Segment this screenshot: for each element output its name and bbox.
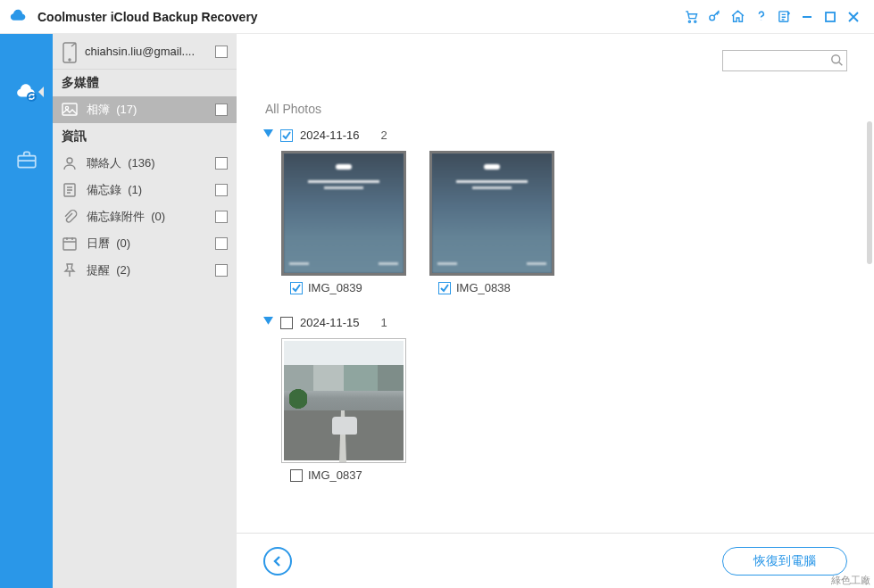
group-checkbox[interactable] [280, 317, 293, 329]
account-email: chiahsin.liu@gmail.... [85, 45, 215, 58]
sidebar-item-label: 提醒 (2) [87, 262, 215, 278]
sidebar-item-calendar[interactable]: 日曆 (0) [53, 230, 237, 257]
collapse-icon[interactable] [263, 316, 273, 329]
pin-icon [62, 262, 78, 278]
svg-point-0 [688, 21, 690, 22]
thumbnail-checkbox[interactable] [290, 282, 303, 294]
svg-point-5 [27, 92, 37, 102]
group-checkbox[interactable] [280, 129, 293, 142]
sidebar-item-checkbox[interactable] [215, 211, 228, 223]
sidebar-item-checkbox[interactable] [215, 157, 228, 170]
sidebar-item-reminders[interactable]: 提醒 (2) [53, 257, 237, 284]
svg-point-2 [709, 15, 714, 21]
nav-cloud-sync[interactable] [13, 79, 40, 105]
device-icon [62, 42, 78, 62]
key-icon[interactable] [703, 5, 726, 29]
contacts-icon [62, 155, 78, 171]
app-title: Coolmuster iCloud Backup Recovery [37, 10, 258, 24]
group-header[interactable]: 2024-11-15 1 [263, 316, 847, 329]
group-header[interactable]: 2024-11-16 2 [263, 128, 847, 142]
collapse-icon[interactable] [263, 128, 273, 142]
svg-rect-6 [18, 156, 36, 168]
group-date: 2024-11-16 [300, 128, 360, 142]
watermark: 綠色工廠 [831, 574, 870, 587]
thumbnail-checkbox[interactable] [290, 469, 303, 482]
svg-point-1 [694, 21, 695, 22]
nav-toolbox[interactable] [13, 146, 40, 173]
sidebar-group-multimedia: 多媒體 [53, 70, 237, 96]
sidebar-item-note-attachments[interactable]: 備忘錄附件 (0) [53, 203, 237, 230]
restore-button[interactable]: 恢復到電腦 [722, 547, 847, 576]
cart-icon[interactable] [679, 5, 703, 29]
sidebar-item-contacts[interactable]: 聯絡人 (136) [53, 150, 237, 177]
minimize-button[interactable] [795, 5, 819, 29]
sidebar-item-label: 備忘錄附件 (0) [87, 209, 215, 225]
close-button[interactable] [842, 5, 865, 29]
sidebar-item-checkbox[interactable] [215, 184, 228, 196]
help-icon[interactable] [749, 5, 772, 29]
svg-rect-9 [62, 104, 77, 115]
thumbnail-name: IMG_0838 [456, 281, 511, 294]
attachment-icon [62, 209, 78, 225]
calendar-icon [62, 236, 78, 252]
group-count: 2 [381, 128, 387, 142]
titlebar: Coolmuster iCloud Backup Recovery [0, 0, 874, 34]
group-count: 1 [381, 316, 387, 329]
home-icon[interactable] [726, 5, 749, 29]
group-date: 2024-11-15 [300, 316, 360, 329]
sidebar-item-checkbox[interactable] [215, 237, 228, 250]
photo-content: All Photos 2024-11-16 2 IMG_0839 [237, 34, 874, 533]
sidebar-item-notes[interactable]: 備忘錄 (1) [53, 177, 237, 203]
back-button[interactable] [263, 547, 292, 576]
sidebar-item-label: 聯絡人 (136) [87, 155, 215, 171]
sidebar-item-label: 日曆 (0) [87, 236, 215, 252]
thumbnail-image[interactable] [281, 151, 406, 276]
photo-group: 2024-11-15 1 IMG_0837 [263, 316, 847, 482]
thumbnail-image[interactable] [281, 338, 406, 463]
thumbnail-name: IMG_0839 [308, 281, 362, 294]
photo-thumbnail: IMG_0838 [429, 151, 554, 294]
svg-point-8 [69, 59, 71, 61]
sidebar-item-label: 相簿 (17) [87, 102, 215, 118]
maximize-button[interactable] [819, 5, 842, 29]
sidebar-item-photos[interactable]: 相簿 (17) [53, 96, 237, 123]
svg-rect-13 [63, 238, 76, 250]
photo-group: 2024-11-16 2 IMG_0839 [263, 128, 847, 294]
all-photos-label: All Photos [265, 102, 847, 116]
svg-point-11 [67, 158, 72, 163]
sidebar-group-info: 資訊 [53, 123, 237, 150]
main: All Photos 2024-11-16 2 IMG_0839 [237, 34, 874, 588]
sidebar-item-label: 備忘錄 (1) [87, 182, 215, 198]
app-logo-icon [9, 7, 29, 27]
feedback-icon[interactable] [772, 5, 795, 29]
photo-icon [62, 102, 78, 118]
photo-thumbnail: IMG_0839 [281, 151, 406, 294]
bottom-bar: 恢復到電腦 [237, 533, 874, 588]
account-row[interactable]: chiahsin.liu@gmail.... [53, 34, 237, 70]
account-checkbox[interactable] [215, 46, 228, 58]
notes-icon [62, 182, 78, 198]
sidebar-item-checkbox[interactable] [215, 264, 228, 277]
thumbnail-name: IMG_0837 [308, 468, 362, 482]
sidebar: chiahsin.liu@gmail.... 多媒體 相簿 (17) 資訊 聯絡… [53, 34, 237, 588]
left-nav [0, 34, 53, 588]
scrollbar[interactable] [867, 121, 872, 264]
thumbnail-checkbox[interactable] [438, 282, 451, 294]
sidebar-item-checkbox[interactable] [215, 104, 228, 116]
thumbnail-image[interactable] [429, 151, 554, 276]
svg-rect-4 [826, 12, 835, 21]
photo-thumbnail: IMG_0837 [281, 338, 406, 482]
